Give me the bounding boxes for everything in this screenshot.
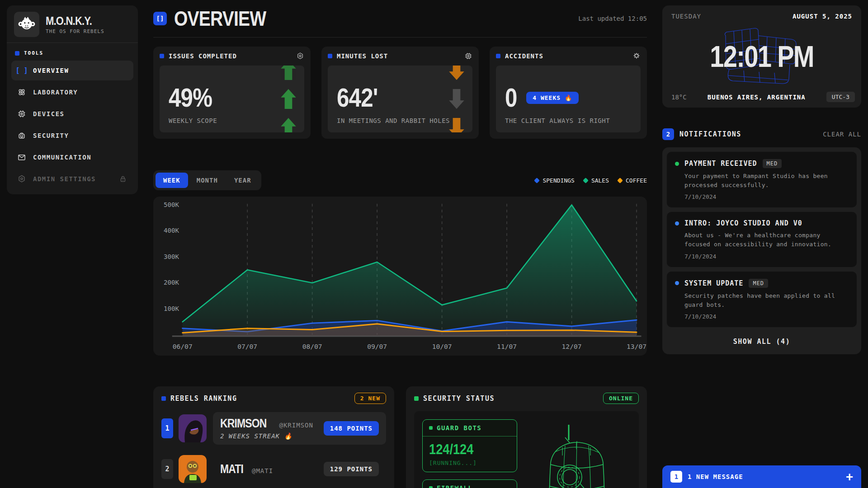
trend-down-arrows-icon xyxy=(448,66,465,132)
svg-text:200K: 200K xyxy=(164,279,179,286)
svg-text:400K: 400K xyxy=(164,227,179,235)
message-label: 1 NEW MESSAGE xyxy=(688,473,743,480)
hex-nut-icon[interactable] xyxy=(296,52,304,60)
app-root: M.O.N.K.Y. THE OS FOR REBELS TOOLS [ ] O… xyxy=(0,0,868,488)
diamond-icon xyxy=(617,178,623,183)
stat-card-accidents: ACCIDENTS 0 4 WEEKS 🔥 THE CLIENT ALWAYS … xyxy=(490,47,647,139)
brand: M.O.N.K.Y. THE OS FOR REBELS xyxy=(7,5,138,42)
notification-count-badge: 2 xyxy=(662,128,674,140)
svg-text:100K: 100K xyxy=(164,305,179,312)
ranking-row-2[interactable]: 2 MATI @MATI 129 POINTS xyxy=(161,453,386,485)
online-badge: ONLINE xyxy=(603,393,639,404)
brand-tagline: THE OS FOR REBELS xyxy=(46,28,104,34)
panel-marker xyxy=(414,396,419,401)
notifications-panel: PAYMENT RECEIVED MED Your payment to Ram… xyxy=(662,147,861,354)
svg-text:08/07: 08/07 xyxy=(302,343,322,350)
notification-body: Your payment to Rampant Studio has been … xyxy=(684,172,849,190)
svg-text:06/07: 06/07 xyxy=(173,343,193,350)
notification-intro[interactable]: INTRO: JOYCO STUDIO AND V0 About us - We… xyxy=(667,212,857,267)
svg-text:09/07: 09/07 xyxy=(367,343,387,350)
sidebar: M.O.N.K.Y. THE OS FOR REBELS TOOLS [ ] O… xyxy=(7,5,138,488)
guard-bot-wireframe-icon xyxy=(522,419,631,488)
tab-week[interactable]: WEEK xyxy=(156,173,188,188)
show-all-button[interactable]: SHOW ALL (4) xyxy=(667,332,857,350)
stat-title: MINUTES LOST xyxy=(337,52,388,60)
chip-icon[interactable] xyxy=(464,52,472,60)
overview-brackets-icon: [] xyxy=(153,12,167,25)
sidebar-nav: [ ] OVERVIEW LABORATORY xyxy=(7,61,138,189)
rank-number: 2 xyxy=(161,459,173,479)
avatar xyxy=(179,455,207,483)
tab-month[interactable]: MONTH xyxy=(189,173,226,188)
clear-all-button[interactable]: CLEAR ALL xyxy=(823,131,861,138)
stat-card-issues: ISSUES COMPLETED 49% WEEKLY SCOPE xyxy=(153,47,311,139)
sidebar-item-laboratory[interactable]: LABORATORY xyxy=(11,82,133,102)
new-message-bar[interactable]: 1 1 NEW MESSAGE + xyxy=(662,465,861,488)
temperature: 18°C xyxy=(671,94,687,101)
card-marker xyxy=(328,54,332,58)
svg-text:12/07: 12/07 xyxy=(562,343,582,350)
legend-spendings[interactable]: SPENDINGS xyxy=(535,177,574,184)
guard-bots-status: [RUNNING...] xyxy=(429,460,510,466)
clock-card: TUESDAY AUGUST 5, 2025 12:01 PM 1 xyxy=(662,5,861,108)
svg-text:10/07: 10/07 xyxy=(432,343,452,350)
points-badge: 148 POINTS xyxy=(324,421,379,436)
legend-coffee[interactable]: COFFEE xyxy=(618,177,647,184)
spark-icon[interactable] xyxy=(632,52,641,60)
stat-caption: THE CLIENT ALWAYS IS RIGHT xyxy=(505,117,632,124)
priority-badge: MED xyxy=(763,159,782,168)
priority-badge: MED xyxy=(749,279,768,288)
svg-text:500K: 500K xyxy=(164,201,179,208)
hex-nut-icon xyxy=(17,174,27,184)
stat-card-minutes-lost: MINUTES LOST 642' IN MEETINGS AND RABBIT… xyxy=(321,47,479,139)
chart-svg: 100K200K300K400K500K06/0707/0708/0709/07… xyxy=(153,197,647,356)
brand-name: M.O.N.K.Y. xyxy=(46,15,92,27)
chart-controls: WEEK MONTH YEAR SPENDINGS SALES COFFEE xyxy=(153,170,647,190)
period-tabs: WEEK MONTH YEAR xyxy=(153,170,261,190)
brand-text: M.O.N.K.Y. THE OS FOR REBELS xyxy=(46,15,104,34)
message-count-badge: 1 xyxy=(670,471,682,483)
rebel-streak: 2 WEEKS STREAK 🔥 xyxy=(220,432,313,440)
status-dot xyxy=(675,162,679,166)
tools-section-label: TOOLS xyxy=(7,43,138,61)
new-badge: 2 NEW xyxy=(354,393,386,404)
monkey-logo-icon xyxy=(14,12,39,37)
sidebar-nav-panel: M.O.N.K.Y. THE OS FOR REBELS TOOLS [ ] O… xyxy=(7,5,138,194)
panel-title: REBELS RANKING xyxy=(170,394,237,403)
guard-bots-box: GUARD BOTS 124/124 [RUNNING...] xyxy=(422,419,517,472)
plus-icon[interactable]: + xyxy=(846,471,853,483)
notification-date: 7/10/2024 xyxy=(684,193,849,200)
marker xyxy=(429,486,433,488)
chart-legend: SPENDINGS SALES COFFEE xyxy=(535,177,647,184)
page-header: [] OVERVIEW Last updated 12:05 xyxy=(153,8,647,38)
last-updated: Last updated 12:05 xyxy=(578,15,647,22)
brackets-icon: [ ] xyxy=(17,66,27,75)
avatar xyxy=(179,414,207,442)
notification-payment[interactable]: PAYMENT RECEIVED MED Your payment to Ram… xyxy=(667,152,857,207)
points-badge: 129 POINTS xyxy=(324,462,379,476)
sidebar-item-devices[interactable]: DEVICES xyxy=(11,104,133,124)
sidebar-item-admin-settings[interactable]: ADMIN SETTINGS xyxy=(11,169,133,189)
sidebar-item-communication[interactable]: COMMUNICATION xyxy=(11,147,133,167)
rebels-ranking-panel: REBELS RANKING 2 NEW 1 KRIMSON @KRIMSON xyxy=(153,386,394,488)
notification-body: About us - We're a healthcare company fo… xyxy=(684,231,849,249)
stat-caption: WEEKLY SCOPE xyxy=(169,117,295,124)
legend-sales[interactable]: SALES xyxy=(584,177,609,184)
svg-text:300K: 300K xyxy=(164,253,179,260)
rebel-name: KRIMSON xyxy=(220,418,266,430)
notifications-title: NOTIFICATIONS xyxy=(679,130,741,138)
firewall-box: FIREWALL xyxy=(422,479,517,488)
ranking-row-1[interactable]: 1 KRIMSON @KRIMSON 2 WEEKS STREAK 🔥 148 xyxy=(161,412,386,445)
sidebar-spacer xyxy=(7,194,138,488)
chip-icon xyxy=(17,109,27,119)
sidebar-item-overview[interactable]: [ ] OVERVIEW xyxy=(11,61,133,80)
stat-title: ACCIDENTS xyxy=(505,52,543,60)
page-title: OVERVIEW xyxy=(174,8,266,29)
notification-date: 7/10/2024 xyxy=(684,253,849,260)
guard-bots-count: 124/124 xyxy=(429,441,473,458)
notification-system-update[interactable]: SYSTEM UPDATE MED Security patches have … xyxy=(667,272,857,327)
chart-panel: 100K200K300K400K500K06/0707/0708/0709/07… xyxy=(153,197,647,356)
stat-caption: IN MEETINGS AND RABBIT HOLES xyxy=(337,117,463,124)
tab-year[interactable]: YEAR xyxy=(226,173,259,188)
sidebar-item-security[interactable]: SECURITY xyxy=(11,126,133,145)
